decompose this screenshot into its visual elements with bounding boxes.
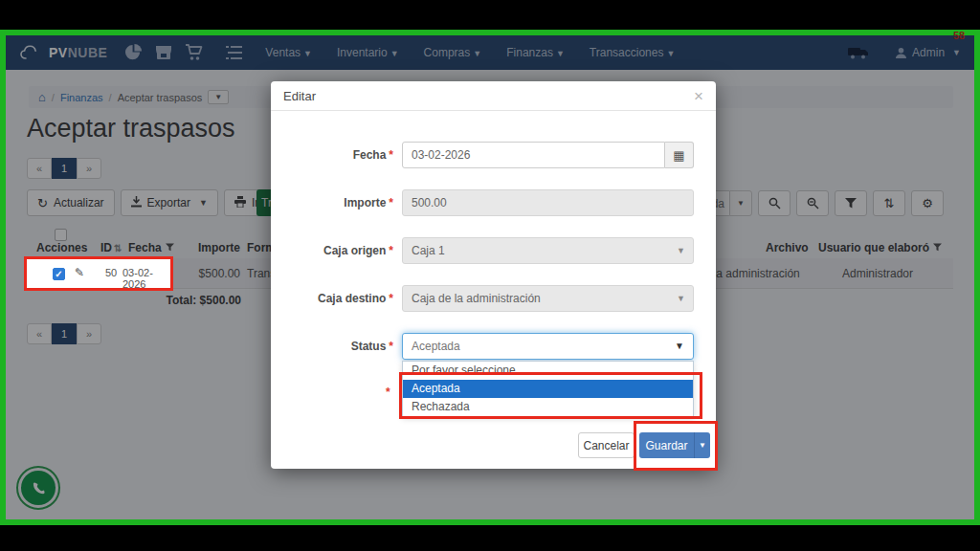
frame-counter: 58 [953,30,965,41]
modal-title: Editar [283,89,316,103]
annotation-options-highlight [399,372,702,419]
fecha-input[interactable] [402,142,665,168]
chevron-down-icon: ▼ [677,286,685,311]
fecha-field-group: ▦ [402,142,694,168]
annotation-row-highlight: ✓ ✎ 50 03-02-2026 [24,256,173,291]
row-checkbox[interactable]: ✓ [53,268,65,280]
row-id: 50 [105,267,117,278]
green-frame: PVNUBE Ventas▼ Inventario▼ Compras▼ Fina… [0,30,980,525]
chevron-down-icon: ▼ [677,238,685,263]
caja-destino-select: Caja de la administración▼ [402,285,694,312]
app-window: PVNUBE Ventas▼ Inventario▼ Compras▼ Fina… [6,35,974,519]
importe-input: 500.00 [402,189,694,216]
calendar-icon[interactable]: ▦ [665,142,694,168]
label-caja-origen: Caja origen* [271,237,393,264]
label-status: Status* [271,333,393,360]
chevron-down-icon: ▼ [675,334,684,359]
label-importe: Importe* [271,189,393,216]
annotation-save-highlight [634,421,718,471]
close-icon[interactable]: × [694,88,703,104]
status-select[interactable]: Aceptada▼ [402,333,694,360]
hidden-field-asterisk: * [386,386,390,399]
caja-origen-select: Caja 1▼ [402,237,694,264]
modal-header: Editar × [271,81,716,111]
cancel-button[interactable]: Cancelar [578,432,635,458]
edit-pencil-icon[interactable]: ✎ [75,266,84,279]
screenshot-stage: 58 PVNUBE Ventas▼ Inventari [0,0,980,551]
label-caja-destino: Caja destino* [271,285,393,312]
row-date: 03-02-2026 [122,267,170,290]
label-fecha: Fecha* [271,142,393,168]
